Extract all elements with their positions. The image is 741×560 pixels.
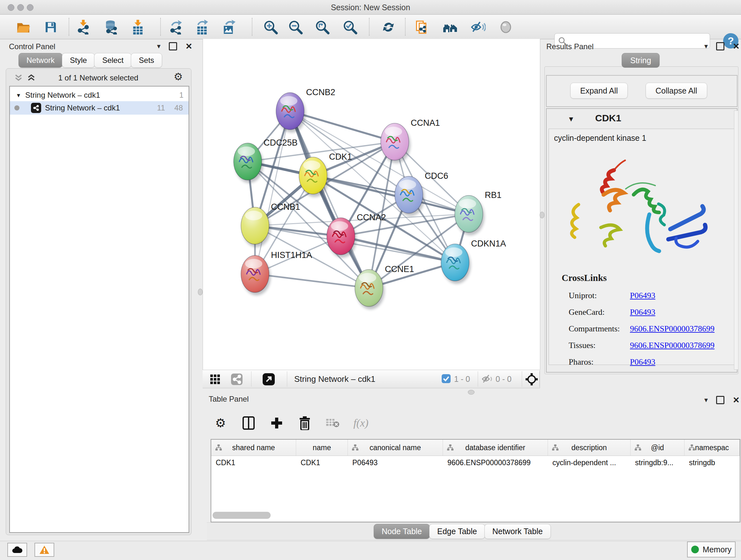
crosslink-value-link[interactable]: 9606.ENSP00000378699: [630, 324, 715, 334]
network-row-label: String Network – cdk1: [45, 104, 120, 112]
warning-icon: [39, 545, 50, 554]
tab-style[interactable]: Style: [62, 53, 95, 68]
refresh-button[interactable]: [381, 19, 396, 35]
network-node-HIST1H1A[interactable]: HIST1H1A: [241, 250, 312, 295]
panel-menu-caret-icon[interactable]: ▾: [157, 43, 160, 50]
table-cell[interactable]: cyclin-dependent ...: [548, 455, 630, 470]
crosslink-value-link[interactable]: 9606.ENSP00000378699: [630, 341, 715, 350]
memory-button[interactable]: Memory: [687, 542, 736, 557]
network-node-RB1[interactable]: RB1: [455, 190, 502, 235]
show-glass-ball-effect-button[interactable]: [498, 19, 514, 35]
tab-network[interactable]: Network: [18, 53, 63, 68]
zoom-selected-button[interactable]: [342, 19, 358, 35]
tab-edge-table[interactable]: Edge Table: [429, 524, 485, 539]
hide-glass-ball-effect-button[interactable]: [470, 19, 486, 35]
network-view-canvas[interactable]: CCNB2CCNA1CDC25BCDK1CDC6RB1CCNB1CCNA2CDK…: [203, 39, 540, 370]
table-settings-gear-icon[interactable]: ⚙: [212, 415, 229, 432]
tab-network-table[interactable]: Network Table: [484, 524, 551, 539]
import-table-button[interactable]: [130, 19, 146, 35]
network-node-count: 11: [157, 104, 165, 112]
panel-float-icon[interactable]: [716, 396, 724, 404]
column-header-namespac[interactable]: namespac: [684, 440, 740, 455]
network-edge-CDK1-RB1[interactable]: [313, 176, 469, 214]
function-builder-button-disabled[interactable]: f(x): [352, 415, 369, 432]
network-manager-gear-icon[interactable]: ⚙: [174, 71, 183, 83]
birds-eye-view-button[interactable]: [524, 371, 540, 387]
left-splitter-handle[interactable]: [198, 289, 203, 295]
table-cell[interactable]: 9606.ENSP00000378699: [443, 455, 548, 470]
open-session-button[interactable]: [15, 19, 31, 35]
control-panel-tabs: NetworkStyleSelectSets: [19, 53, 162, 68]
create-column-button[interactable]: [268, 415, 285, 432]
table-cell[interactable]: P06493: [348, 455, 443, 470]
bottom-splitter-handle[interactable]: [468, 390, 475, 395]
right-splitter-handle[interactable]: [540, 212, 544, 219]
cloud-status-button[interactable]: [7, 543, 27, 557]
string-results-panel: Expand All Collapse All ▾ CDK1 cyclin-de…: [544, 66, 738, 374]
network-node-CCNA2[interactable]: CCNA2: [327, 212, 386, 258]
column-header-@id[interactable]: @id: [630, 440, 684, 455]
expand-all-button[interactable]: Expand All: [570, 83, 628, 99]
import-network-from-database-button[interactable]: [103, 19, 119, 35]
column-header-description[interactable]: description: [548, 440, 630, 455]
network-node-CDC6[interactable]: CDC6: [395, 171, 448, 216]
column-header-canonical-name[interactable]: canonical name: [348, 440, 443, 455]
network-node-CDKN1A[interactable]: CDKN1A: [441, 239, 506, 284]
zoom-in-button[interactable]: [263, 19, 279, 35]
column-header-shared-name[interactable]: shared name: [211, 440, 296, 455]
tab-string[interactable]: String: [622, 53, 660, 68]
table-cell[interactable]: stringdb: [684, 455, 740, 470]
panel-menu-caret-icon[interactable]: ▾: [704, 43, 708, 50]
network-row-selected[interactable]: String Network – cdk1 11 48: [10, 101, 189, 115]
results-scrollbar-track[interactable]: [734, 111, 738, 370]
zoom-fit-button[interactable]: [314, 19, 330, 35]
column-header-database-identifier[interactable]: database identifier: [443, 440, 548, 455]
zoom-out-button[interactable]: [287, 19, 304, 35]
show-column-button[interactable]: [240, 415, 257, 432]
table-cell[interactable]: stringdb:9...: [630, 455, 684, 470]
section-collapse-caret-icon[interactable]: ▾: [569, 114, 573, 124]
crosslink-value-link[interactable]: P06493: [630, 291, 655, 300]
export-table-button[interactable]: [194, 19, 210, 35]
detach-view-button[interactable]: [261, 371, 277, 387]
import-network-button[interactable]: [75, 19, 91, 35]
panel-float-icon[interactable]: [169, 42, 177, 51]
panel-close-icon[interactable]: ✕: [733, 397, 740, 403]
export-image-button[interactable]: [220, 19, 237, 35]
network-edge-HIST1H1A-CCNE1[interactable]: [255, 274, 369, 288]
tab-select[interactable]: Select: [94, 53, 131, 68]
network-node-CCNE1[interactable]: CCNE1: [355, 264, 414, 309]
crosslink-value-link[interactable]: P06493: [630, 307, 655, 317]
tab-sets[interactable]: Sets: [131, 53, 162, 68]
network-edge-CCNB2-HIST1H1A[interactable]: [255, 111, 290, 274]
table-horizontal-scrollbar[interactable]: [212, 512, 271, 519]
network-view-toggle-button[interactable]: [229, 371, 245, 387]
network-collection-row[interactable]: ▾ String Network – cdk1 1: [10, 88, 189, 102]
network-edge-CCNB2-CCNE1[interactable]: [290, 111, 369, 288]
panel-menu-caret-icon[interactable]: ▾: [704, 397, 708, 403]
table-row[interactable]: CDK1CDK1P064939606.ENSP00000378699cyclin…: [211, 455, 740, 470]
warnings-button[interactable]: [35, 543, 54, 557]
collapse-all-button[interactable]: Collapse All: [646, 83, 707, 99]
delete-column-button[interactable]: [296, 415, 313, 432]
home-networks-button[interactable]: [442, 19, 458, 35]
crosslink-value-link[interactable]: P06493: [630, 357, 655, 367]
column-header-name[interactable]: name: [296, 440, 348, 455]
table-cell[interactable]: CDK1: [211, 455, 296, 470]
panel-float-icon[interactable]: [716, 42, 724, 51]
export-network-button[interactable]: [168, 19, 184, 35]
share-document-button[interactable]: [414, 19, 430, 35]
table-cell[interactable]: CDK1: [296, 455, 348, 470]
gene-details: cyclin-dependent kinase 1: [549, 129, 734, 365]
tab-node-table[interactable]: Node Table: [374, 524, 430, 539]
save-session-button[interactable]: [43, 19, 59, 35]
node-selection-checkbox[interactable]: [441, 374, 451, 383]
panel-close-icon[interactable]: ✕: [733, 43, 740, 50]
network-edge-CCNB2-CCNA1[interactable]: [290, 111, 395, 142]
grid-view-button[interactable]: [207, 371, 223, 387]
tree-expander-icon[interactable]: ▾: [17, 91, 20, 99]
delete-table-button-disabled[interactable]: [324, 415, 341, 432]
hidden-elements-button[interactable]: [481, 373, 494, 385]
network-edge-CCNA2-CDKN1A[interactable]: [341, 236, 455, 262]
panel-close-icon[interactable]: ✕: [185, 43, 192, 50]
